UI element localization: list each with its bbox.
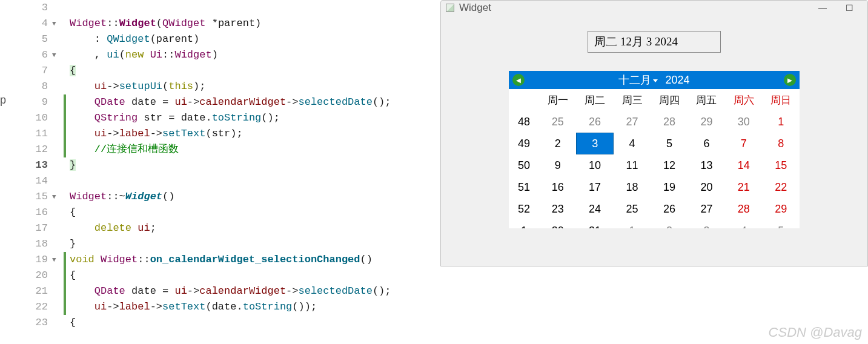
calendar-day[interactable]: 30	[725, 111, 762, 133]
calendar-day-header: 周三	[614, 89, 651, 111]
code-line[interactable]: ui->label->setText(str);	[70, 126, 436, 142]
calendar-day[interactable]: 24	[576, 198, 613, 220]
calendar-day[interactable]: 23	[539, 198, 576, 220]
line-number: 12	[18, 142, 48, 157]
calendar-day-header: 周六	[725, 89, 762, 111]
calendar-day[interactable]: 29	[688, 111, 725, 133]
fold-toggle-icon[interactable]: ▼	[52, 193, 56, 200]
line-number: 23	[18, 315, 48, 331]
calendar-day[interactable]: 22	[763, 176, 800, 198]
calendar-day[interactable]: 2	[651, 220, 687, 228]
code-line[interactable]: void Widget::on_calendarWidget_selection…	[70, 252, 436, 268]
fold-toggle-icon[interactable]: ▼	[52, 256, 56, 263]
calendar-day[interactable]: 12	[651, 154, 687, 176]
calendar-day[interactable]: 4	[614, 133, 651, 154]
calendar-day[interactable]: 30	[539, 220, 576, 228]
calendar-week-number: 1	[509, 220, 539, 228]
code-line[interactable]: {	[70, 205, 436, 220]
calendar-day[interactable]: 6	[688, 133, 725, 154]
calendar-day[interactable]: 31	[576, 220, 613, 228]
calendar-day[interactable]: 13	[688, 154, 725, 176]
calendar-day[interactable]: 26	[651, 198, 687, 220]
code-line[interactable]: Widget::Widget(QWidget *parent)	[70, 16, 436, 31]
calendar-day[interactable]: 27	[688, 198, 725, 220]
calendar-day[interactable]: 9	[539, 154, 576, 176]
code-area[interactable]: Widget::Widget(QWidget *parent) : QWidge…	[67, 0, 436, 344]
calendar-prev-button[interactable]: ◄	[512, 74, 525, 86]
line-number: 11	[18, 126, 48, 142]
line-number: 19	[18, 252, 48, 268]
calendar-day[interactable]: 15	[763, 154, 800, 176]
calendar-day[interactable]: 17	[576, 176, 613, 198]
code-line[interactable]: {	[70, 268, 436, 283]
calendar-day[interactable]: 5	[763, 220, 800, 228]
modification-bar-column	[64, 0, 67, 344]
calendar-day-header: 周五	[688, 89, 725, 111]
calendar-widget[interactable]: ◄ 十二月 2024 ► 周一周二周三周四周五周六周日4825262728293…	[509, 71, 800, 228]
calendar-grid: 周一周二周三周四周五周六周日48252627282930149234567850…	[509, 89, 800, 228]
calendar-day[interactable]: 20	[688, 176, 725, 198]
line-number: 17	[18, 220, 48, 236]
calendar-day[interactable]: 27	[614, 111, 651, 133]
calendar-day[interactable]: 10	[576, 154, 613, 176]
calendar-day[interactable]: 19	[651, 176, 687, 198]
calendar-day[interactable]: 26	[576, 111, 613, 133]
calendar-day[interactable]: 3	[576, 133, 613, 154]
widget-app-window[interactable]: Widget — ☐ 周二 12月 3 2024 ◄ 十二月 2024 ► 周一…	[440, 0, 868, 266]
calendar-day[interactable]: 8	[763, 133, 800, 154]
code-line[interactable]: {	[70, 315, 436, 331]
code-line[interactable]: ui->setupUi(this);	[70, 79, 436, 94]
code-line[interactable]: //连接信和槽函数	[70, 142, 436, 157]
code-line[interactable]: : QWidget(parent)	[70, 31, 436, 47]
line-number: 3	[18, 0, 48, 16]
code-line[interactable]: Widget::~Widget()	[70, 189, 436, 205]
calendar-day[interactable]: 16	[539, 176, 576, 198]
calendar-day[interactable]: 1	[763, 111, 800, 133]
calendar-day[interactable]: 7	[725, 133, 762, 154]
line-number-gutter[interactable]: 34567891011121314151617181920212223	[18, 0, 51, 344]
code-line[interactable]: ui->label->setText(date.toString());	[70, 299, 436, 315]
fold-toggle-icon[interactable]: ▼	[52, 51, 56, 59]
modification-marker	[64, 299, 66, 315]
date-label: 周二 12月 3 2024	[588, 31, 721, 53]
fold-toggle-icon[interactable]: ▼	[52, 20, 56, 27]
maximize-button[interactable]: ☐	[836, 1, 863, 15]
calendar-day[interactable]: 14	[725, 154, 762, 176]
code-editor[interactable]: p 34567891011121314151617181920212223 ▼▼…	[0, 0, 436, 344]
code-line[interactable]: }	[70, 236, 436, 252]
code-line[interactable]: }	[70, 157, 436, 173]
calendar-day[interactable]: 2	[539, 133, 576, 154]
calendar-day[interactable]: 1	[614, 220, 651, 228]
calendar-day[interactable]: 28	[651, 111, 687, 133]
calendar-day[interactable]: 4	[725, 220, 762, 228]
calendar-day[interactable]: 11	[614, 154, 651, 176]
calendar-day[interactable]: 25	[539, 111, 576, 133]
line-number: 16	[18, 205, 48, 220]
code-line[interactable]: QDate date = ui->calendarWidget->selecte…	[70, 94, 436, 110]
calendar-day[interactable]: 29	[763, 198, 800, 220]
calendar-day[interactable]: 18	[614, 176, 651, 198]
calendar-year-selector[interactable]: 2024	[665, 74, 689, 87]
line-number: 18	[18, 236, 48, 252]
fold-column[interactable]: ▼▼▼▼	[51, 0, 64, 344]
code-line[interactable]	[70, 173, 436, 189]
calendar-day[interactable]: 28	[725, 198, 762, 220]
modification-marker	[64, 126, 66, 142]
calendar-day[interactable]: 3	[688, 220, 725, 228]
code-line[interactable]: QDate date = ui->calendarWidget->selecte…	[70, 283, 436, 299]
calendar-next-button[interactable]: ►	[784, 74, 796, 86]
code-line[interactable]: delete ui;	[70, 220, 436, 236]
code-line[interactable]	[70, 0, 436, 16]
code-line[interactable]: , ui(new Ui::Widget)	[70, 47, 436, 63]
modification-marker	[64, 283, 66, 299]
calendar-day[interactable]: 5	[651, 133, 687, 154]
calendar-day-header: 周一	[539, 89, 576, 111]
code-line[interactable]: {	[70, 63, 436, 79]
code-line[interactable]: QString str = date.toString();	[70, 110, 436, 126]
window-titlebar[interactable]: Widget — ☐	[441, 1, 867, 15]
minimize-button[interactable]: —	[809, 1, 836, 15]
calendar-month-selector[interactable]: 十二月	[618, 73, 658, 87]
calendar-day[interactable]: 25	[614, 198, 651, 220]
window-title: Widget	[459, 2, 491, 14]
calendar-day[interactable]: 21	[725, 176, 762, 198]
